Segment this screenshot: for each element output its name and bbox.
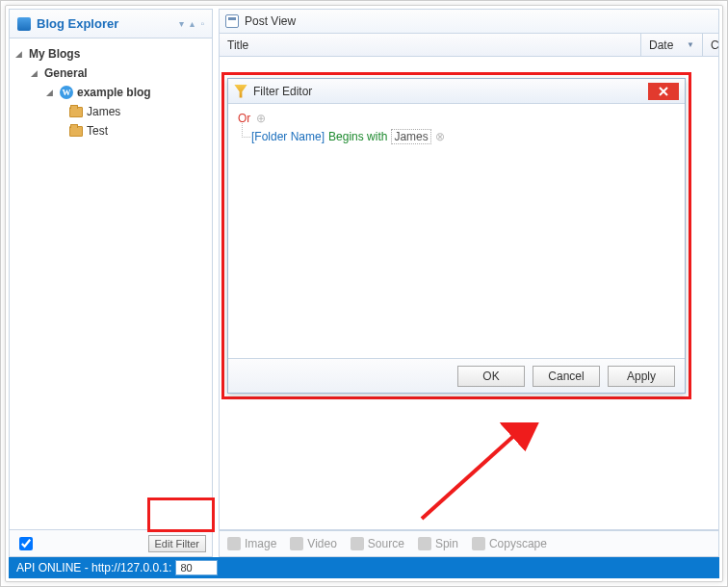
filter-field[interactable]: [Folder Name] bbox=[251, 130, 325, 143]
folder-icon bbox=[69, 126, 83, 137]
svg-line-0 bbox=[422, 432, 518, 519]
ok-button[interactable]: OK bbox=[457, 366, 525, 387]
source-icon bbox=[351, 537, 364, 550]
spin-icon bbox=[418, 537, 431, 550]
image-icon bbox=[227, 537, 241, 550]
remove-condition-icon[interactable]: ⊗ bbox=[435, 130, 445, 143]
status-bar: API ONLINE - http://127.0.0.1: bbox=[9, 557, 719, 578]
blog-explorer-header: Blog Explorer ▾ ▴ ▫ bbox=[10, 10, 212, 38]
tool-source[interactable]: Source bbox=[351, 537, 404, 550]
api-port-input[interactable] bbox=[175, 560, 218, 575]
filter-root-row[interactable]: Or ⊕ bbox=[238, 112, 675, 125]
filter-editor-title: Filter Editor bbox=[253, 85, 642, 98]
tree-folder[interactable]: Test bbox=[13, 121, 208, 140]
video-icon bbox=[290, 537, 303, 550]
post-toolbar: Image Video Source Spin Copyscape bbox=[219, 530, 719, 557]
tree-root-label: My Blogs bbox=[29, 47, 80, 61]
tool-copyscape[interactable]: Copyscape bbox=[472, 537, 547, 550]
expander-icon[interactable]: ◢ bbox=[46, 88, 56, 97]
explorer-icon bbox=[17, 17, 31, 31]
post-view-title: Post View bbox=[245, 14, 296, 28]
filter-editor-header[interactable]: Filter Editor bbox=[228, 79, 685, 104]
filter-condition-row[interactable]: [Folder Name] Begins with James ⊗ bbox=[238, 129, 675, 144]
column-header-title[interactable]: Title bbox=[220, 34, 641, 56]
filter-editor-body[interactable]: Or ⊕ [Folder Name] Begins with James ⊗ bbox=[228, 104, 685, 358]
status-text: API ONLINE - http://127.0.0.1: bbox=[16, 561, 171, 574]
tree-blog[interactable]: ◢ W example blog bbox=[13, 83, 208, 102]
tool-video-label: Video bbox=[307, 537, 336, 550]
blog-explorer-footer: Edit Filter bbox=[10, 529, 212, 556]
close-icon bbox=[659, 87, 668, 96]
tree-group-label: General bbox=[44, 66, 88, 80]
filter-value[interactable]: James bbox=[391, 129, 430, 144]
tool-spin[interactable]: Spin bbox=[418, 537, 458, 550]
panel-dropdown-icon[interactable]: ▾ bbox=[179, 18, 184, 29]
tool-source-label: Source bbox=[368, 537, 404, 550]
tool-image-label: Image bbox=[245, 537, 276, 550]
filter-editor-footer: OK Cancel Apply bbox=[228, 358, 685, 393]
edit-filter-button[interactable]: Edit Filter bbox=[148, 535, 206, 552]
apply-button[interactable]: Apply bbox=[608, 366, 675, 387]
sort-desc-icon: ▼ bbox=[687, 40, 694, 49]
panel-pin-icon[interactable]: ▫ bbox=[200, 18, 204, 29]
column-header-date[interactable]: Date ▼ bbox=[641, 34, 703, 56]
column-header-date-label: Date bbox=[649, 38, 673, 52]
post-view-panel: Post View Title Date ▼ C bbox=[219, 9, 719, 557]
blog-explorer-title: Blog Explorer bbox=[37, 16, 173, 31]
panel-autohide-icon[interactable]: ▴ bbox=[190, 18, 195, 29]
add-condition-icon[interactable]: ⊕ bbox=[256, 112, 266, 125]
annotation-arrow bbox=[412, 422, 547, 528]
tree-group[interactable]: ◢ General bbox=[13, 64, 208, 83]
cancel-button[interactable]: Cancel bbox=[533, 366, 600, 387]
filter-operator[interactable]: Begins with bbox=[328, 130, 387, 143]
post-view-header: Post View bbox=[219, 9, 719, 34]
filter-icon bbox=[234, 85, 247, 98]
expander-icon[interactable]: ◢ bbox=[31, 68, 40, 78]
tool-copyscape-label: Copyscape bbox=[489, 537, 547, 550]
column-header-title-label: Title bbox=[227, 38, 248, 52]
blog-explorer-panel: Blog Explorer ▾ ▴ ▫ ◢ My Blogs ◢ General bbox=[9, 9, 213, 557]
tool-spin-label: Spin bbox=[435, 537, 458, 550]
close-button[interactable] bbox=[648, 83, 679, 100]
tree-root[interactable]: ◢ My Blogs bbox=[13, 44, 208, 64]
wordpress-icon: W bbox=[60, 86, 73, 99]
blog-tree[interactable]: ◢ My Blogs ◢ General ◢ W example blog bbox=[10, 38, 212, 529]
folder-icon bbox=[69, 107, 83, 117]
filter-enabled-checkbox[interactable] bbox=[19, 537, 33, 550]
tool-video[interactable]: Video bbox=[290, 537, 336, 550]
tree-folder[interactable]: James bbox=[13, 102, 208, 121]
tree-folder-label: James bbox=[87, 105, 120, 118]
grid-header: Title Date ▼ C bbox=[219, 34, 719, 57]
expander-icon[interactable]: ◢ bbox=[15, 49, 25, 59]
filter-editor-dialog: Filter Editor Or ⊕ [Folder Name] bbox=[227, 78, 686, 394]
post-grid-body[interactable]: Filter Editor Or ⊕ [Folder Name] bbox=[219, 57, 719, 530]
copyscape-icon bbox=[472, 537, 485, 550]
column-header-extra[interactable]: C bbox=[703, 34, 718, 56]
tree-blog-label: example blog bbox=[77, 86, 151, 99]
tool-image[interactable]: Image bbox=[227, 537, 276, 550]
tree-folder-label: Test bbox=[87, 124, 108, 138]
post-view-icon bbox=[225, 14, 239, 28]
